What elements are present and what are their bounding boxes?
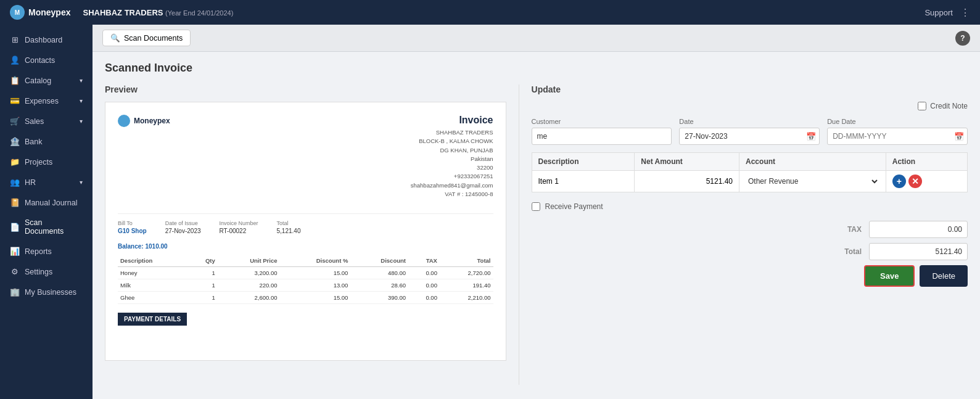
inv-col-qty: Qty [189, 255, 218, 267]
sidebar-item-catalog[interactable]: 📋 Catalog ▾ [0, 70, 93, 91]
invoice-number-value: RT-00022 [220, 228, 258, 234]
invoice-logo-text: Moneypex [134, 117, 170, 125]
due-date-input[interactable] [827, 128, 968, 145]
scan-docs-icon: 📄 [10, 223, 20, 232]
dashboard-icon: ⊞ [10, 35, 20, 44]
reports-icon: 📊 [10, 247, 20, 256]
item-account: Other Revenue Sales Revenue Service Inco… [739, 171, 886, 192]
date-group: Date 📅 [679, 118, 820, 145]
expenses-icon: 💳 [10, 96, 20, 105]
inv-table-row: Milk1220.0013.0028.600.00191.40 [118, 279, 493, 292]
total-input[interactable] [869, 243, 968, 260]
help-button[interactable]: ? [955, 31, 970, 46]
invoice-bill-row: Bill To G10 Shop Date of Issue 27-Nov-20… [118, 213, 493, 234]
customer-group: Customer [532, 118, 672, 145]
journal-icon: 📔 [10, 198, 20, 207]
inv-col-tax: TAX [408, 255, 440, 267]
chevron-down-icon: ▾ [80, 179, 83, 186]
sidebar-item-label: Contacts [25, 56, 55, 65]
item-actions: + ✕ [886, 171, 967, 192]
sidebar-item-hr[interactable]: 👥 HR ▾ [0, 172, 93, 192]
scan-icon: 🔍 [110, 33, 120, 43]
total-label: Total [844, 247, 862, 256]
tax-label: TAX [847, 225, 862, 234]
credit-note-row: Credit Note [532, 102, 968, 110]
sidebar-item-label: Scan Documents [25, 218, 83, 236]
credit-note-label: Credit Note [930, 102, 968, 110]
sidebar-item-settings[interactable]: ⚙ Settings [0, 261, 93, 282]
add-row-button[interactable]: + [892, 175, 906, 188]
sidebar-item-reports[interactable]: 📊 Reports [0, 241, 93, 261]
delete-button[interactable]: Delete [920, 265, 968, 287]
sidebar-item-scan-documents[interactable]: 📄 Scan Documents [0, 213, 93, 241]
chevron-down-icon: ▾ [80, 118, 83, 125]
invoice-preview: Moneypex Invoice SHAHBAZ TRADERS BLOCK-B… [105, 102, 506, 361]
sidebar-item-expenses[interactable]: 💳 Expenses ▾ [0, 91, 93, 111]
logo-circle-icon [118, 115, 130, 127]
tax-row: TAX [532, 221, 968, 238]
inv-table-row: Honey13,200.0015.00480.000.002,720.00 [118, 267, 493, 279]
sidebar-item-label: Settings [25, 268, 52, 276]
projects-icon: 📁 [10, 157, 20, 167]
hr-icon: 👥 [10, 178, 20, 187]
inv-col-disc-pct: Discount % [280, 255, 351, 267]
invoice-table: Description Qty Unit Price Discount % Di… [118, 255, 493, 304]
sidebar-item-label: Catalog [25, 76, 51, 85]
sidebar-item-label: Projects [25, 158, 52, 167]
topbar: M Moneypex SHAHBAZ TRADERS (Year End 24/… [0, 0, 980, 25]
date-input[interactable] [679, 128, 820, 145]
account-select[interactable]: Other Revenue Sales Revenue Service Inco… [746, 176, 879, 186]
sidebar-item-projects[interactable]: 📁 Projects [0, 152, 93, 172]
sidebar-item-label: Expenses [25, 97, 59, 105]
receive-payment-checkbox[interactable] [532, 202, 540, 211]
sidebar-item-manual-journal[interactable]: 📔 Manual Journal [0, 192, 93, 213]
sales-icon: 🛒 [10, 117, 20, 126]
date-of-issue-value: 27-Nov-2023 [165, 228, 201, 234]
save-button[interactable]: Save [864, 265, 915, 287]
more-options-icon[interactable]: ⋮ [960, 7, 970, 19]
total-row: Total [532, 243, 968, 260]
item-net-amount: 5121.40 [635, 171, 739, 192]
update-label: Update [532, 84, 968, 94]
col-action: Action [886, 153, 967, 171]
tax-input[interactable] [869, 221, 968, 238]
date-label: Date [679, 118, 820, 125]
invoice-balance: Balance: 1010.00 [118, 243, 493, 250]
sidebar-item-bank[interactable]: 🏦 Bank [0, 131, 93, 152]
chevron-down-icon: ▾ [80, 77, 83, 84]
credit-note-checkbox[interactable] [918, 102, 926, 110]
customer-input[interactable] [532, 128, 672, 145]
receive-payment-row: Receive Payment [532, 202, 968, 211]
sidebar: ⊞ Dashboard 👤 Contacts 📋 Catalog ▾ 💳 Exp… [0, 25, 93, 399]
support-link[interactable]: Support [924, 8, 953, 17]
sidebar-item-my-businesses[interactable]: 🏢 My Businesses [0, 282, 93, 302]
sidebar-item-label: Manual Journal [25, 199, 77, 207]
invoice-company-info: SHAHBAZ TRADERS BLOCK-B , KALMA CHOWK DG… [411, 128, 493, 199]
update-panel: Update Credit Note Customer Date [519, 84, 968, 385]
app-name: Moneypex [28, 7, 70, 17]
settings-icon: ⚙ [10, 267, 20, 276]
inv-col-total: Total [440, 255, 493, 267]
payment-details-bar: PAYMENT DETAILS [118, 313, 187, 326]
invoice-logo: Moneypex [118, 115, 170, 127]
toolbar: 🔍 Scan Documents ? [93, 25, 980, 52]
items-table: Description Net Amount Account Action It… [532, 152, 968, 192]
sidebar-item-contacts[interactable]: 👤 Contacts [0, 50, 93, 70]
receive-payment-label: Receive Payment [545, 202, 603, 211]
sidebar-item-label: Reports [25, 247, 52, 256]
sidebar-item-label: Sales [25, 117, 44, 126]
preview-panel: Preview Moneypex Invoice SHAHBAZ TRADERS [105, 84, 519, 385]
delete-row-button[interactable]: ✕ [908, 175, 922, 188]
chevron-down-icon: ▾ [80, 97, 83, 104]
sidebar-item-dashboard[interactable]: ⊞ Dashboard [0, 30, 93, 50]
invoice-header: Invoice SHAHBAZ TRADERS BLOCK-B , KALMA … [411, 115, 493, 199]
item-description: Item 1 [532, 171, 635, 192]
customer-label: Customer [532, 118, 672, 125]
sidebar-item-sales[interactable]: 🛒 Sales ▾ [0, 111, 93, 131]
inv-table-row: Ghee12,600.0015.00390.000.002,210.00 [118, 292, 493, 304]
scan-documents-button[interactable]: 🔍 Scan Documents [102, 30, 191, 46]
due-date-label: Due Date [827, 118, 968, 125]
col-net-amount: Net Amount [635, 153, 739, 171]
sidebar-item-label: My Businesses [25, 288, 76, 297]
bill-to-value: G10 Shop [118, 228, 147, 234]
